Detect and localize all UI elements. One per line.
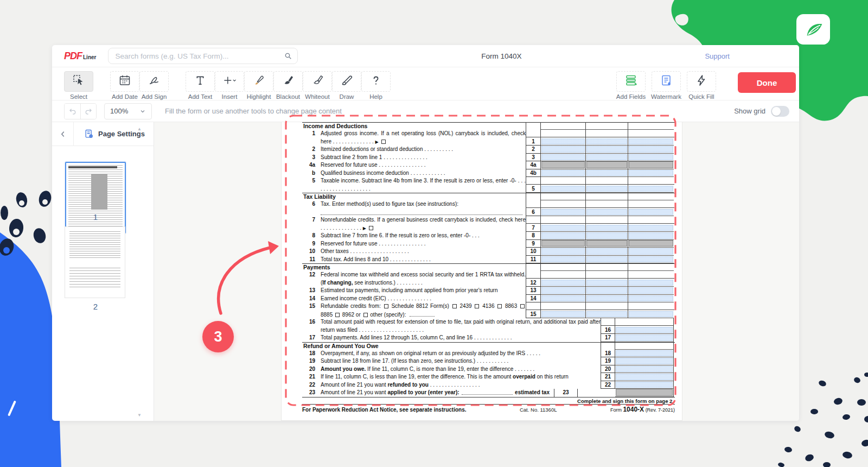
- form-field-14-a[interactable]: [541, 295, 585, 302]
- form-field-4a-c[interactable]: [629, 161, 673, 168]
- form-line-8: 8Subtract line 7 from line 6. If the res…: [302, 232, 675, 240]
- search-input[interactable]: [108, 48, 298, 64]
- checkbox-icon[interactable]: [363, 313, 368, 317]
- form-field-4b-b[interactable]: [586, 170, 627, 176]
- form-field-15-a[interactable]: [541, 311, 585, 318]
- form-field-20[interactable]: [616, 366, 673, 373]
- form-field-2-b[interactable]: [586, 146, 627, 153]
- tool-add-sign[interactable]: Add Sign: [139, 71, 169, 100]
- checkbox-icon[interactable]: [452, 304, 457, 308]
- checkbox-icon[interactable]: [384, 304, 388, 308]
- form-field-17[interactable]: [616, 335, 673, 341]
- form-field-5-c[interactable]: [629, 186, 673, 192]
- form-field-12-b[interactable]: [586, 280, 627, 286]
- form-field-8-a[interactable]: [541, 232, 585, 239]
- form-field-8-c[interactable]: [629, 232, 673, 239]
- form-field-4a-b[interactable]: [586, 161, 627, 168]
- form-field-13-c[interactable]: [629, 287, 673, 294]
- scroll-down-arrow[interactable]: ▼: [137, 413, 142, 418]
- form-field-10-a[interactable]: [541, 248, 585, 255]
- done-button[interactable]: Done: [738, 72, 796, 93]
- form-field-9-c[interactable]: [629, 240, 673, 247]
- form-field-3-a[interactable]: [541, 154, 585, 161]
- form-field-11-b[interactable]: [586, 256, 627, 263]
- form-field-12-a[interactable]: [541, 280, 585, 286]
- scroll-up-arrow[interactable]: ▲: [137, 127, 142, 131]
- form-field-1-a[interactable]: [541, 138, 585, 145]
- form-field-2-c[interactable]: [629, 146, 673, 153]
- checkbox-icon[interactable]: [497, 304, 502, 308]
- form-field-3-b[interactable]: [586, 154, 627, 161]
- form-field-13-a[interactable]: [541, 287, 585, 294]
- form-field-7-c[interactable]: [629, 225, 673, 231]
- form-field-3-c[interactable]: [629, 154, 673, 161]
- search-icon[interactable]: [284, 52, 292, 60]
- checkbox-icon[interactable]: [369, 226, 373, 230]
- form-field-6-a[interactable]: [541, 209, 585, 216]
- page-settings-button[interactable]: Page Settings: [84, 129, 145, 140]
- redo-button[interactable]: [80, 104, 96, 119]
- form-field-14-c[interactable]: [629, 295, 673, 302]
- form-field-7-a[interactable]: [541, 225, 585, 231]
- tool-watermark[interactable]: Watermark: [652, 71, 681, 100]
- checkbox-icon[interactable]: [335, 313, 340, 317]
- form-field-4b-c[interactable]: [629, 170, 673, 176]
- form-field-15-c[interactable]: [629, 311, 673, 318]
- collapse-sidebar-button[interactable]: [52, 122, 74, 146]
- form-field-16[interactable]: [616, 327, 673, 333]
- tool-add-text[interactable]: Add Text: [186, 71, 215, 100]
- checkbox-icon[interactable]: [520, 304, 525, 308]
- form-field-2-a[interactable]: [541, 146, 585, 153]
- form-field-1-c[interactable]: [629, 138, 673, 145]
- form-field-9-b[interactable]: [586, 240, 627, 247]
- form-field-5-b[interactable]: [586, 186, 627, 192]
- form-field-4a-a[interactable]: [541, 161, 585, 168]
- form-line-9: 9Reserved for future use . . . . . . . .…: [302, 240, 675, 248]
- step-number: 3: [214, 329, 222, 345]
- form-field-6-b[interactable]: [586, 209, 627, 216]
- form-field-11-a[interactable]: [541, 256, 585, 263]
- form-field-7-b[interactable]: [586, 225, 627, 231]
- form-line-18: 18Overpayment, if any, as shown on origi…: [302, 350, 675, 358]
- form-field-10-c[interactable]: [629, 248, 673, 255]
- tool-insert[interactable]: Insert: [215, 71, 244, 100]
- form-field-5-a[interactable]: [541, 186, 585, 192]
- form-field-1-b[interactable]: [586, 138, 627, 145]
- form-field-11-c[interactable]: [629, 256, 673, 263]
- tool-highlight[interactable]: Highlight: [244, 71, 273, 100]
- tool-blackout[interactable]: Blackout: [273, 71, 303, 100]
- form-field-13-b[interactable]: [586, 287, 627, 294]
- support-link[interactable]: Support: [705, 52, 730, 60]
- enter-year-blank[interactable]: [462, 389, 513, 395]
- tool-add-date[interactable]: Add Date: [110, 71, 139, 100]
- zoom-select[interactable]: 100%: [104, 103, 152, 119]
- tool-add-fields[interactable]: Add Fields: [616, 71, 646, 100]
- form-field-22[interactable]: [616, 382, 673, 388]
- tool-whiteout[interactable]: Whiteout: [303, 71, 332, 100]
- tool-draw[interactable]: Draw: [332, 71, 361, 100]
- form-field-14-b[interactable]: [586, 295, 627, 302]
- form-field-23[interactable]: [616, 389, 673, 396]
- form-field-10-b[interactable]: [586, 248, 627, 255]
- form-field-21[interactable]: [616, 374, 673, 380]
- checkbox-icon[interactable]: [381, 140, 386, 144]
- form-field-15-b[interactable]: [586, 311, 627, 318]
- checkbox-icon[interactable]: [475, 304, 479, 308]
- tool-help[interactable]: Help: [361, 71, 391, 100]
- form-field-8-b[interactable]: [586, 232, 627, 239]
- arrow-pointer-icon: ▶: [363, 226, 366, 231]
- form-field-9-a[interactable]: [541, 240, 585, 247]
- tool-select[interactable]: Select: [64, 71, 93, 100]
- page-thumbnail-2[interactable]: [65, 227, 125, 298]
- undo-button[interactable]: [65, 104, 80, 119]
- page-thumbnail-1[interactable]: [65, 162, 126, 234]
- form-field-6-c[interactable]: [629, 209, 673, 216]
- tool-quick-fill[interactable]: Quick Fill: [687, 71, 716, 100]
- form-field-18[interactable]: [616, 350, 673, 357]
- form-field-4b-a[interactable]: [541, 170, 585, 176]
- form-field-19[interactable]: [616, 358, 673, 364]
- specify-blank-field[interactable]: [410, 311, 435, 317]
- show-grid-toggle[interactable]: [771, 106, 789, 117]
- pdfliner-logo[interactable]: PDF Liner: [64, 51, 96, 62]
- form-field-12-c[interactable]: [629, 280, 673, 286]
